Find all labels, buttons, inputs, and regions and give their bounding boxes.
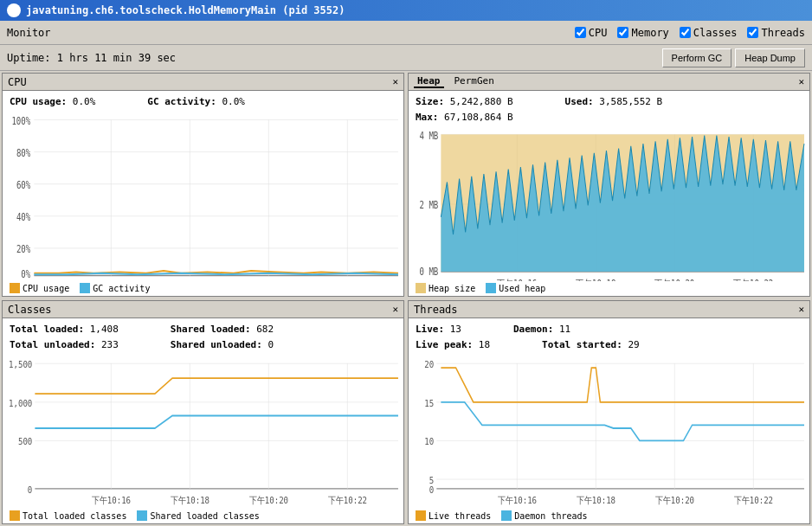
classes-stats: Total loaded: 1,408 Shared loaded: 682 T…	[3, 318, 403, 356]
cpu-checkbox[interactable]	[575, 27, 586, 38]
classes-chart-area: 1,500 1,000 500 0 下午10:16	[3, 356, 403, 509]
heap-used-stat: Used: 3,585,552 B	[565, 94, 663, 110]
heap-size-legend-label: Heap size	[429, 284, 475, 293]
used-heap-legend: Used heap	[486, 283, 545, 293]
live-peak-stat: Live peak: 18	[416, 337, 490, 353]
memory-checkbox[interactable]	[617, 27, 628, 38]
svg-text:下午10:20: 下午10:20	[249, 495, 289, 505]
svg-text:下午10:16: 下午10:16	[498, 495, 538, 505]
shared-loaded-stat: Shared loaded: 682	[171, 322, 274, 337]
svg-text:下午10:16: 下午10:16	[497, 277, 537, 281]
heap-chart: 4 MB 2 MB 0 MB 下午10:16 下	[412, 130, 806, 281]
cpu-checkbox-label[interactable]: CPU	[575, 27, 608, 39]
classes-legend: Total loaded classes Shared loaded class…	[3, 509, 403, 523]
svg-text:40%: 40%	[16, 211, 31, 224]
used-heap-legend-box	[486, 283, 496, 293]
svg-text:500: 500	[18, 437, 32, 447]
shared-loaded-legend-label: Shared loaded classes	[150, 511, 259, 521]
threads-chart-area: 20 15 10 5 0 下午1	[409, 356, 809, 509]
shared-unloaded-stat: Shared unloaded: 0	[171, 337, 274, 353]
heap-panel-header: Heap PermGen ✕	[409, 74, 809, 91]
cpu-panel-title: CPU	[8, 76, 27, 88]
live-threads-legend: Live threads	[416, 510, 491, 521]
cpu-label: CPU	[589, 27, 608, 39]
live-stat: Live: 13	[416, 322, 461, 337]
heap-stats: Size: 5,242,880 B Used: 3,585,552 B Max:…	[409, 91, 809, 128]
threads-stats: Live: 13 Daemon: 11 Live peak: 18 Total …	[409, 318, 809, 356]
svg-text:20: 20	[424, 359, 434, 369]
permgen-tab[interactable]: PermGen	[451, 75, 498, 88]
daemon-threads-legend: Daemon threads	[501, 510, 587, 521]
threads-checkbox[interactable]	[747, 27, 758, 38]
panels-container: CPU ✕ CPU usage: 0.0% GC activity: 0.0% …	[0, 71, 812, 526]
classes-chart: 1,500 1,000 500 0 下午10:16	[6, 357, 400, 509]
classes-checkbox-label[interactable]: Classes	[680, 27, 738, 39]
svg-text:10: 10	[424, 437, 434, 447]
live-threads-legend-label: Live threads	[429, 511, 491, 521]
heap-dump-button[interactable]: Heap Dump	[735, 48, 805, 67]
heap-legend: Heap size Used heap	[409, 281, 809, 296]
daemon-threads-legend-box	[501, 510, 512, 521]
heap-panel-tabs: Heap PermGen	[414, 75, 498, 88]
classes-label: Classes	[693, 27, 738, 39]
toolbar-bar: Uptime: 1 hrs 11 min 39 sec Perform GC H…	[0, 45, 812, 71]
svg-text:0: 0	[28, 484, 32, 495]
classes-checkbox[interactable]	[680, 27, 691, 38]
memory-checkbox-label[interactable]: Memory	[617, 27, 668, 39]
svg-text:15: 15	[424, 398, 434, 408]
threads-label: Threads	[761, 27, 805, 39]
monitor-menu[interactable]: Monitor	[7, 27, 51, 39]
menu-left: Monitor	[7, 27, 51, 39]
cpu-panel: CPU ✕ CPU usage: 0.0% GC activity: 0.0% …	[2, 73, 404, 297]
threads-checkbox-label[interactable]: Threads	[747, 27, 805, 39]
uptime-text: Uptime: 1 hrs 11 min 39 sec	[7, 52, 176, 64]
heap-size-stat: Size: 5,242,880 B	[416, 94, 513, 110]
classes-panel-close[interactable]: ✕	[392, 304, 398, 315]
menu-checkboxes: CPU Memory Classes Threads	[575, 27, 805, 39]
total-loaded-legend-box	[10, 510, 20, 521]
cpu-usage-stat: CPU usage: 0.0%	[10, 94, 95, 110]
heap-size-legend: Heap size	[416, 283, 475, 293]
daemon-threads-legend-label: Daemon threads	[514, 511, 587, 521]
svg-text:0%: 0%	[21, 267, 30, 280]
memory-label: Memory	[631, 27, 668, 39]
svg-text:0 MB: 0 MB	[419, 266, 438, 279]
title-text: javatuning.ch6.toolscheck.HoldMemoryMain…	[26, 4, 345, 16]
svg-text:下午10:22: 下午10:22	[734, 495, 774, 505]
cpu-legend: CPU usage GC activity	[3, 281, 403, 296]
menu-bar: Monitor CPU Memory Classes Threads	[0, 21, 812, 45]
perform-gc-button[interactable]: Perform GC	[662, 48, 732, 67]
heap-size-legend-box	[416, 283, 426, 293]
svg-text:4 MB: 4 MB	[419, 130, 438, 142]
threads-panel-close[interactable]: ✕	[798, 304, 804, 315]
cpu-usage-legend-label: CPU usage	[23, 284, 69, 293]
cpu-legend-blue: GC activity	[80, 283, 150, 293]
svg-text:80%: 80%	[16, 146, 31, 159]
gc-activity-legend-label: GC activity	[93, 284, 150, 293]
cpu-legend-orange: CPU usage	[10, 283, 69, 293]
svg-text:下午10:20: 下午10:20	[655, 495, 695, 505]
buttons-row: Perform GC Heap Dump	[662, 48, 805, 67]
cpu-chart-area: 100% 80% 60% 40% 20% 0% 下午10:16	[3, 113, 403, 281]
classes-panel-title: Classes	[8, 304, 52, 316]
shared-loaded-legend-box	[137, 510, 147, 521]
cpu-chart: 100% 80% 60% 40% 20% 0% 下午10:16	[6, 115, 400, 281]
cpu-panel-close[interactable]: ✕	[392, 76, 398, 87]
heap-tab[interactable]: Heap	[414, 75, 444, 88]
heap-panel-close[interactable]: ✕	[798, 76, 804, 87]
heap-panel: Heap PermGen ✕ Size: 5,242,880 B Used: 3…	[408, 73, 810, 297]
svg-text:0: 0	[429, 484, 434, 495]
shared-loaded-legend: Shared loaded classes	[137, 510, 259, 521]
classes-panel-header: Classes ✕	[3, 301, 403, 318]
cpu-panel-header: CPU ✕	[3, 74, 403, 91]
threads-panel: Threads ✕ Live: 13 Daemon: 11 Live peak:…	[408, 300, 810, 524]
heap-max-stat: Max: 67,108,864 B	[416, 110, 513, 125]
svg-text:下午10:16: 下午10:16	[92, 495, 132, 505]
svg-text:1,000: 1,000	[9, 398, 32, 408]
svg-text:下午10:22: 下午10:22	[733, 277, 773, 281]
svg-text:下午10:22: 下午10:22	[328, 495, 368, 505]
total-started-stat: Total started: 29	[542, 337, 640, 353]
svg-text:下午10:18: 下午10:18	[577, 495, 616, 505]
title-bar: ☕ javatuning.ch6.toolscheck.HoldMemoryMa…	[0, 0, 812, 21]
heap-chart-area: 4 MB 2 MB 0 MB 下午10:16 下	[409, 128, 809, 281]
